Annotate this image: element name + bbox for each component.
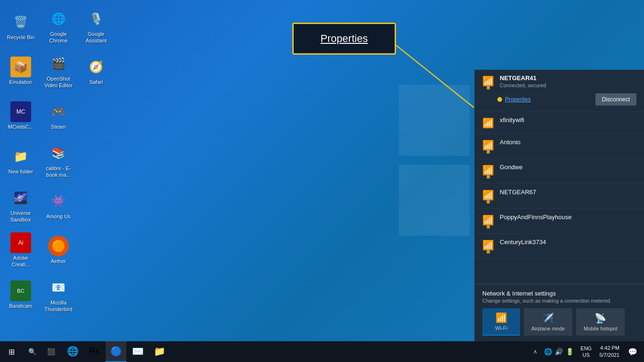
taskbar-photoshop[interactable]: Ps [84,341,105,362]
volume-icon[interactable]: 🔊 [555,348,563,355]
wifi-network-netgear67[interactable]: 📶 🔒 NETGEAR67 [475,184,644,209]
properties-link[interactable]: Properties [497,96,531,103]
wifi-icon-antonio: 📶 🔒 [482,140,494,154]
icon-calibre[interactable]: 📚 calibre - E-book ma... [40,138,77,183]
wifi-connected-status: Connected, secured [500,82,636,88]
icon-google-assistant[interactable]: 🎙️ Google Assistant [77,4,115,49]
task-view-button[interactable]: ⬛ [41,341,60,362]
wifi-footer: Network & Internet settings Change setti… [475,284,644,341]
wifi-connected-section: 📶 🔒 NETGEAR41 Connected, secured Propert… [475,70,644,112]
wifi-network-antonio[interactable]: 📶 🔒 Antonio [475,134,644,159]
icon-aether[interactable]: 🟠 Aether [40,228,77,272]
icon-among-us[interactable]: 👾 Among Us [40,183,77,228]
svg-rect-0 [399,85,470,156]
icon-emulation[interactable]: 📦 Emulation [2,49,40,93]
network-settings-sub: Change settings, such as making a connec… [482,298,636,304]
taskbar-apps: 🌐 Ps 🔵 ✉️ 📁 [60,341,528,362]
wifi-network-poppy[interactable]: 📶 🔒 PoppyAndFinnsPlayhouse [475,209,644,234]
wifi-network-centurylink[interactable]: 📶 🔒 CenturyLink3734 [475,234,644,259]
disconnect-button[interactable]: Disconnect [595,93,636,106]
airplane-mode-button[interactable]: ✈️ Airplane mode [524,308,572,336]
language-indicator[interactable]: ENG US [578,345,594,359]
airplane-mode-icon: ✈️ [542,313,554,324]
icon-safari[interactable]: 🧭 Safari [77,49,115,93]
properties-callout-box: Properties [292,23,396,55]
wifi-networks-list[interactable]: 📶 xfinitywifi 📶 🔒 Antonio 📶 🔒 [475,112,644,284]
taskbar-mail[interactable]: ✉️ [127,341,148,362]
wifi-icon-centurylink: 📶 🔒 [482,239,494,254]
start-button[interactable]: ⊞ [0,341,23,362]
icon-universe-sandbox[interactable]: 🌌 Universe Sandbox [2,183,40,228]
wifi-properties-row: Properties Disconnect [482,93,636,107]
battery-icon[interactable]: 🔋 [566,348,574,355]
wifi-mode-button[interactable]: 📶 Wi-Fi [482,308,520,336]
wifi-panel: 📶 🔒 NETGEAR41 Connected, secured Propert… [474,70,644,341]
taskbar: ⊞ 🔍 ⬛ 🌐 Ps 🔵 ✉️ 📁 ∧ 🌐 🔊 🔋 ENG US 4:42 PM… [0,341,644,362]
network-settings-label[interactable]: Network & Internet settings [482,290,636,297]
properties-dot [497,97,502,102]
search-button[interactable]: 🔍 [23,341,41,362]
notification-center-button[interactable]: 💬 [625,341,640,362]
icon-mcvids[interactable]: MC MCvidsC... [2,93,40,138]
icon-adobe[interactable]: Ai Adobe Creati... [2,228,40,272]
taskbar-edge[interactable]: 🌐 [62,341,83,362]
desktop: 🗑️ Recycle Bin 🌐 Google Chrome 🎙️ Google… [0,0,644,362]
svg-rect-2 [399,165,470,236]
taskbar-chrome[interactable]: 🔵 [106,341,126,362]
system-clock[interactable]: 4:42 PM 5/7/2021 [595,345,623,359]
network-icon[interactable]: 🌐 [544,348,552,355]
icon-openshot[interactable]: 🎬 OpenShot Video Editor [40,49,77,93]
properties-callout-text: Properties [321,33,368,44]
icon-newfolder[interactable]: 📁 New folder [2,138,40,183]
wifi-icon-poppy: 📶 🔒 [482,214,494,229]
wifi-connected-name: NETGEAR41 [500,74,636,82]
taskbar-system-tray: ∧ 🌐 🔊 🔋 ENG US 4:42 PM 5/7/2021 💬 [528,341,644,362]
wifi-icon-xfinity: 📶 [482,117,494,129]
taskbar-explorer[interactable]: 📁 [149,341,170,362]
icon-thunderbird[interactable]: 📧 Mozilla Thunderbird [40,272,77,317]
mobile-hotspot-button[interactable]: 📡 Mobile hotspot [576,308,625,336]
wifi-network-gondwe[interactable]: 📶 🔒 Gondwe [475,159,644,184]
system-tray-icons: 🌐 🔊 🔋 [541,348,577,355]
wifi-icon-netgear67: 📶 🔒 [482,189,494,204]
wifi-icon-gondwe: 📶 🔒 [482,165,494,179]
wifi-footer-buttons: 📶 Wi-Fi ✈️ Airplane mode 📡 Mobile hotspo… [482,308,636,336]
wifi-connected-icon: 📶 🔒 [482,75,494,90]
wifi-mode-icon: 📶 [495,312,507,323]
desktop-icons-area: 🗑️ Recycle Bin 🌐 Google Chrome 🎙️ Google… [0,0,118,321]
icon-steam[interactable]: 🎮 Steam [40,93,77,138]
icon-recycle-bin[interactable]: 🗑️ Recycle Bin [2,4,40,49]
mobile-hotspot-icon: 📡 [594,313,606,324]
icon-bandicam[interactable]: BC Bandicam [2,272,40,317]
show-hidden-icons[interactable]: ∧ [531,348,539,355]
wifi-connected-info: NETGEAR41 Connected, secured [500,74,636,88]
wifi-network-xfinity[interactable]: 📶 xfinitywifi [475,112,644,134]
icon-google-chrome[interactable]: 🌐 Google Chrome [40,4,77,49]
